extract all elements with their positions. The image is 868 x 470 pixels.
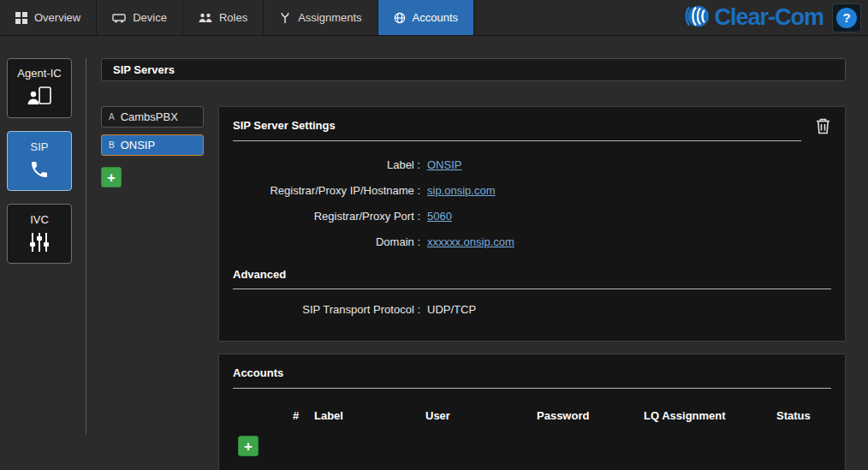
accounts-icon [394, 12, 406, 24]
tab-label: Overview [34, 11, 80, 24]
clearcom-logo: Clear-Com [681, 2, 823, 34]
topbar-right: Clear-Com ? [681, 0, 868, 35]
accounts-table-header: # Label User Password LQ Assignment Stat… [233, 409, 831, 422]
registrar-port-value-link[interactable]: 5060 [427, 210, 452, 223]
top-nav: Overview Device Roles Assignments Accoun… [0, 0, 868, 36]
settings-panel-title: SIP Server Settings [233, 119, 336, 132]
page-title-text: SIP Servers [113, 63, 175, 76]
tab-label: Accounts [413, 11, 458, 24]
field-row-label: Label : ONSIP [233, 152, 831, 177]
add-account-button[interactable]: + [238, 436, 259, 456]
advanced-fields: SIP Transport Protocol : UDP/TCP [233, 296, 831, 322]
agent-ic-icon [27, 86, 52, 110]
field-row-domain: Domain : xxxxxx.onsip.com [233, 229, 831, 254]
sidebar-item-agent-ic[interactable]: Agent-IC [7, 58, 72, 118]
field-label: Label : [233, 158, 420, 171]
clearcom-logo-icon [681, 2, 710, 34]
column-user: User [425, 409, 537, 422]
main-area: SIP Servers A CambsPBX B ONSIP + [86, 58, 868, 470]
roles-icon [199, 12, 212, 24]
help-button[interactable]: ? [832, 3, 861, 33]
field-label: SIP Transport Protocol : [233, 303, 420, 316]
tab-device[interactable]: Device [97, 0, 183, 35]
column-label: Label [314, 409, 425, 422]
tab-overview[interactable]: Overview [0, 0, 97, 35]
tab-roles[interactable]: Roles [183, 0, 264, 35]
phone-icon [29, 159, 50, 182]
transport-protocol-value: UDP/TCP [427, 303, 476, 316]
accounts-panel: Accounts # Label User Password LQ Assign… [218, 354, 846, 470]
column-status: Status [776, 409, 831, 422]
server-item-label: ONSIP [121, 139, 155, 152]
main-row: A CambsPBX B ONSIP + SIP Server Settings [101, 106, 846, 470]
add-server-button[interactable]: + [101, 167, 122, 187]
clearcom-logo-text: Clear-Com [714, 4, 823, 31]
advanced-section-title: Advanced [233, 259, 831, 289]
assignments-icon [279, 12, 291, 24]
server-item-label: CambsPBX [121, 110, 178, 123]
field-row-transport-protocol: SIP Transport Protocol : UDP/TCP [233, 296, 831, 322]
column-password: Password [537, 409, 644, 422]
sidebar-item-ivc[interactable]: IVC [7, 204, 72, 264]
accounts-title-wrap: Accounts [233, 365, 831, 389]
tab-label: Assignments [298, 11, 361, 24]
right-column: SIP Server Settings Label : ONSIP Regist… [218, 106, 846, 470]
tab-label: Roles [219, 11, 247, 24]
content-area: Agent-IC SIP IVC SIP Servers [0, 36, 868, 470]
sliders-icon [28, 232, 51, 255]
sidebar-item-label: Agent-IC [17, 67, 61, 80]
column-lq-assignment: LQ Assignment [644, 409, 776, 422]
accounts-panel-title: Accounts [233, 366, 283, 379]
page-title: SIP Servers [101, 58, 846, 81]
server-item-key: B [109, 140, 115, 150]
tab-accounts[interactable]: Accounts [378, 0, 474, 35]
delete-server-button[interactable] [815, 117, 831, 138]
tab-assignments[interactable]: Assignments [264, 0, 378, 35]
sidebar-item-label: IVC [30, 213, 49, 226]
domain-value-link[interactable]: xxxxxx.onsip.com [427, 235, 514, 248]
settings-fields: Label : ONSIP Registrar/Proxy IP/Hostnam… [233, 152, 831, 254]
sidebar-item-label: SIP [31, 140, 49, 153]
server-item-cambspbx[interactable]: A CambsPBX [101, 106, 204, 128]
server-item-key: A [109, 112, 115, 122]
help-icon: ? [836, 8, 857, 28]
field-label: Registrar/Proxy Port : [233, 210, 420, 223]
registrar-hostname-value-link[interactable]: sip.onsip.com [427, 184, 495, 197]
tab-label: Device [133, 11, 167, 24]
settings-panel-header: SIP Server Settings [233, 117, 831, 141]
field-label: Registrar/Proxy IP/Hostname : [233, 184, 420, 197]
field-row-registrar-hostname: Registrar/Proxy IP/Hostname : sip.onsip.… [233, 177, 831, 203]
sip-server-list: A CambsPBX B ONSIP + [101, 106, 204, 187]
left-sidebar: Agent-IC SIP IVC [0, 58, 86, 470]
label-value-link[interactable]: ONSIP [427, 158, 461, 171]
server-item-onsip[interactable]: B ONSIP [101, 134, 204, 156]
column-number: # [293, 409, 314, 422]
sip-server-settings-panel: SIP Server Settings Label : ONSIP Regist… [218, 106, 846, 342]
field-row-registrar-port: Registrar/Proxy Port : 5060 [233, 203, 831, 229]
accounts-panel-header: Accounts [233, 365, 831, 389]
overview-icon [15, 12, 27, 24]
sidebar-item-sip[interactable]: SIP [7, 131, 72, 191]
settings-title-wrap: SIP Server Settings [233, 117, 801, 141]
field-label: Domain : [233, 235, 420, 248]
device-icon [112, 12, 126, 24]
